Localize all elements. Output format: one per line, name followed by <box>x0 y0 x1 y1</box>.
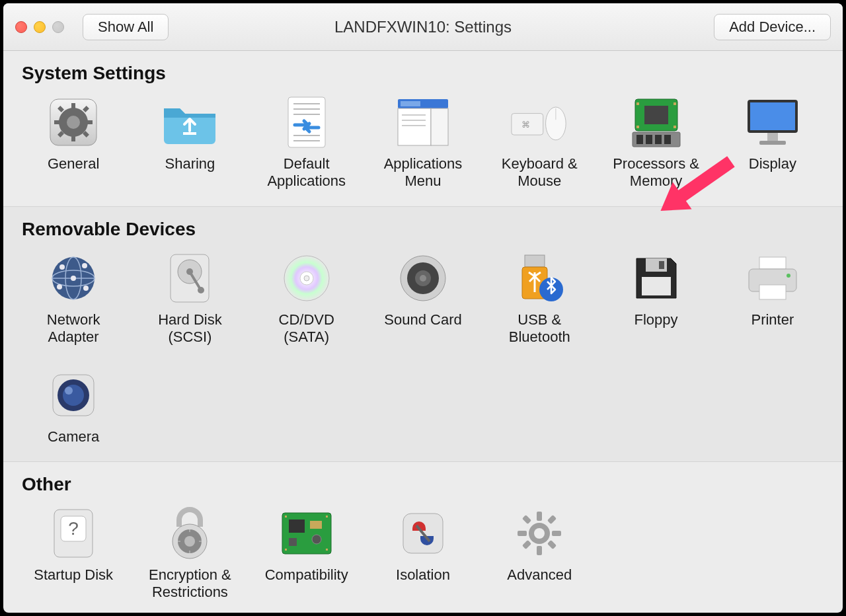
item-display[interactable]: Display <box>721 93 824 190</box>
svg-point-49 <box>82 263 87 268</box>
item-isolation[interactable]: Isolation <box>371 504 475 601</box>
monitor-icon <box>744 93 802 151</box>
svg-rect-11 <box>183 132 196 135</box>
svg-rect-33 <box>636 126 639 128</box>
svg-rect-3 <box>71 103 75 110</box>
window-controls <box>15 21 64 33</box>
cpu-ram-icon <box>627 93 685 151</box>
svg-rect-96 <box>326 549 328 551</box>
svg-point-63 <box>420 275 426 282</box>
svg-text:?: ? <box>68 518 79 539</box>
window-title: LANDFXWIN10: Settings <box>334 18 512 36</box>
printer-icon <box>744 249 802 307</box>
svg-rect-105 <box>547 515 557 524</box>
camera-icon <box>44 366 102 424</box>
item-applications-menu[interactable]: Applications Menu <box>371 93 475 190</box>
svg-rect-32 <box>673 102 676 105</box>
svg-rect-104 <box>547 540 557 549</box>
add-device-button[interactable]: Add Device... <box>714 14 831 40</box>
item-label: Sharing <box>165 155 215 173</box>
svg-rect-20 <box>398 108 431 145</box>
item-label: Default Applications <box>255 155 358 190</box>
settings-window: Show All LANDFXWIN10: Settings Add Devic… <box>3 3 843 613</box>
item-compatibility[interactable]: Compatibility <box>255 504 358 601</box>
svg-rect-90 <box>310 521 322 529</box>
svg-rect-43 <box>759 141 786 145</box>
svg-rect-4 <box>71 135 75 141</box>
item-label: Printer <box>751 311 794 328</box>
svg-point-77 <box>65 387 73 395</box>
section-other: Other ? Startup Disk Encryption & Restri… <box>3 462 843 613</box>
item-network-adapter[interactable]: Network Adapter <box>22 249 125 346</box>
folder-share-icon <box>161 93 219 151</box>
zoom-window-button[interactable] <box>52 21 64 33</box>
item-printer[interactable]: Printer <box>721 249 824 346</box>
svg-rect-106 <box>522 540 531 549</box>
item-label: Advanced <box>507 566 572 584</box>
item-camera[interactable]: Camera <box>22 366 125 445</box>
svg-point-2 <box>67 116 80 129</box>
svg-rect-72 <box>759 285 786 299</box>
item-hard-disk[interactable]: Hard Disk (SCSI) <box>138 249 241 346</box>
svg-rect-91 <box>289 538 297 546</box>
svg-rect-38 <box>655 135 662 144</box>
svg-rect-88 <box>282 513 331 554</box>
isolation-icon <box>394 504 452 562</box>
svg-point-50 <box>57 284 62 289</box>
item-sound-card[interactable]: Sound Card <box>371 249 475 346</box>
item-label: Encryption & Restrictions <box>138 566 241 601</box>
svg-point-107 <box>534 528 545 539</box>
gear-outline-icon <box>510 504 568 562</box>
item-usb-bluetooth[interactable]: USB & Bluetooth <box>488 249 591 346</box>
item-encryption-restrictions[interactable]: Encryption & Restrictions <box>138 504 241 601</box>
svg-rect-102 <box>552 531 561 536</box>
svg-rect-94 <box>326 516 328 518</box>
item-startup-disk[interactable]: ? Startup Disk <box>22 504 125 601</box>
item-label: Processors & Memory <box>604 155 707 190</box>
svg-rect-36 <box>636 135 643 144</box>
item-label: Applications Menu <box>371 155 475 190</box>
svg-rect-95 <box>285 549 287 551</box>
item-floppy[interactable]: Floppy <box>604 249 707 346</box>
svg-rect-64 <box>525 255 545 267</box>
item-advanced[interactable]: Advanced <box>488 504 591 601</box>
show-all-button[interactable]: Show All <box>83 14 169 40</box>
svg-rect-70 <box>759 257 786 269</box>
minimize-window-button[interactable] <box>34 21 46 33</box>
item-keyboard-mouse[interactable]: ⌘ Keyboard & Mouse <box>488 93 591 190</box>
network-globe-icon <box>44 249 102 307</box>
section-title-other: Other <box>22 474 824 495</box>
section-system-settings: System Settings General Sharing Default … <box>3 51 843 206</box>
svg-rect-5 <box>54 120 61 124</box>
item-sharing[interactable]: Sharing <box>138 93 241 190</box>
item-label: Compatibility <box>265 566 348 584</box>
item-label: Hard Disk (SCSI) <box>138 311 241 346</box>
svg-rect-6 <box>86 120 93 124</box>
item-label: Isolation <box>396 566 450 584</box>
item-processors-memory[interactable]: Processors & Memory <box>604 93 707 190</box>
menu-window-icon <box>394 93 452 151</box>
item-label: CD/DVD (SATA) <box>255 311 358 346</box>
item-default-applications[interactable]: Default Applications <box>255 93 358 190</box>
svg-rect-103 <box>522 515 531 524</box>
item-label: Display <box>749 155 796 173</box>
item-label: Keyboard & Mouse <box>488 155 591 190</box>
document-arrows-icon <box>278 93 336 151</box>
svg-rect-100 <box>537 546 542 555</box>
item-label: Sound Card <box>384 311 461 328</box>
close-window-button[interactable] <box>15 21 27 33</box>
svg-point-52 <box>71 276 76 281</box>
svg-point-59 <box>304 276 309 281</box>
svg-rect-93 <box>285 516 287 518</box>
svg-rect-42 <box>767 133 778 141</box>
item-general[interactable]: General <box>22 93 125 190</box>
titlebar: Show All LANDFXWIN10: Settings Add Devic… <box>3 3 843 51</box>
svg-point-73 <box>787 274 790 278</box>
svg-rect-37 <box>646 135 652 144</box>
item-cd-dvd[interactable]: CD/DVD (SATA) <box>255 249 358 346</box>
item-label: General <box>48 155 99 173</box>
keyboard-mouse-icon: ⌘ <box>510 93 568 151</box>
svg-point-51 <box>83 286 89 291</box>
svg-rect-68 <box>659 261 664 269</box>
svg-rect-99 <box>537 512 542 521</box>
